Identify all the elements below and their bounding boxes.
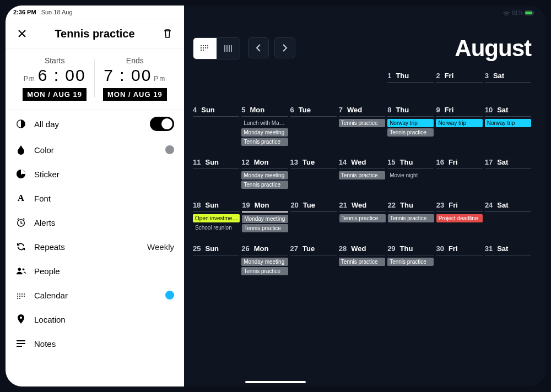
- day-cell[interactable]: 12MonMonday meetingTennis practice: [241, 158, 288, 189]
- day-number: 18: [193, 201, 201, 209]
- day-cell[interactable]: [290, 72, 337, 94]
- event-chip[interactable]: Norway trip: [485, 119, 531, 127]
- event-chip[interactable]: Tennis practice: [241, 267, 288, 275]
- option-sticker[interactable]: Sticker: [6, 162, 184, 186]
- option-calendar[interactable]: Calendar: [6, 283, 184, 307]
- event-chip[interactable]: Tennis practice: [339, 119, 385, 127]
- svg-point-8: [24, 293, 25, 295]
- home-indicator[interactable]: [245, 381, 306, 383]
- day-cell[interactable]: 6Tue: [290, 106, 337, 146]
- event-chip[interactable]: Tennis practice: [241, 138, 288, 146]
- day-cell[interactable]: 14WedTennis practice: [339, 158, 385, 189]
- day-number: 1: [387, 72, 391, 80]
- event-chip[interactable]: Monday meeting: [241, 258, 288, 266]
- day-cell[interactable]: 30Fri: [436, 244, 482, 275]
- event-chip[interactable]: Tennis practice: [387, 128, 434, 137]
- svg-point-14: [19, 298, 20, 299]
- day-cell[interactable]: 10SatNorway trip: [485, 106, 531, 146]
- event-chip[interactable]: Tennis practice: [387, 258, 434, 266]
- day-cell[interactable]: 5MonLunch with Ma…Monday meetingTennis p…: [241, 106, 288, 146]
- day-cell[interactable]: 21WedTennis practice: [339, 201, 386, 232]
- day-cell[interactable]: 2Fri: [436, 72, 482, 94]
- option-location[interactable]: Location: [6, 307, 184, 331]
- day-cell[interactable]: 22ThuTennis practice: [388, 201, 434, 232]
- pin-icon: [15, 314, 26, 325]
- color-swatch: [165, 145, 174, 154]
- day-cell[interactable]: 11Sun: [193, 158, 239, 189]
- day-cell[interactable]: 9FriNorway trip: [436, 106, 482, 146]
- day-cell[interactable]: 16Fri: [436, 158, 482, 189]
- day-cell[interactable]: 19MonMonday meetingTennis practice: [242, 201, 288, 232]
- day-of-week: Sat: [497, 158, 508, 166]
- start-time-block[interactable]: Starts Pm 6 : 00 MON / AUG 19: [17, 56, 92, 101]
- view-week-button[interactable]: [217, 38, 240, 59]
- event-chip[interactable]: Open investme…: [193, 214, 240, 222]
- event-chip[interactable]: Tennis practice: [242, 224, 288, 232]
- day-of-week: Fri: [445, 72, 454, 80]
- day-cell[interactable]: [241, 72, 288, 94]
- day-number: 29: [387, 244, 395, 253]
- day-of-week: Sun: [205, 244, 219, 253]
- day-cell[interactable]: 20Tue: [290, 201, 337, 232]
- event-chip[interactable]: Tennis practice: [339, 258, 385, 266]
- day-cell[interactable]: [193, 72, 239, 94]
- day-of-week: Wed: [351, 244, 366, 253]
- event-chip[interactable]: Norway trip: [387, 119, 434, 127]
- event-chip[interactable]: Tennis practice: [241, 181, 288, 189]
- close-icon[interactable]: [15, 27, 29, 40]
- event-chip[interactable]: Movie night: [387, 171, 434, 179]
- calendar-main: 81%: [184, 6, 545, 386]
- event-chip[interactable]: Tennis practice: [388, 214, 434, 222]
- event-chip[interactable]: School reunion: [193, 224, 240, 232]
- next-month-button[interactable]: [274, 37, 295, 58]
- day-cell[interactable]: 27Tue: [290, 244, 337, 275]
- option-font[interactable]: A Font: [6, 186, 184, 210]
- option-notes[interactable]: Notes: [6, 331, 184, 356]
- day-cell[interactable]: 28WedTennis practice: [339, 244, 385, 275]
- event-chip[interactable]: Tennis practice: [339, 171, 385, 179]
- day-cell[interactable]: 1Thu: [387, 72, 434, 94]
- prev-month-button[interactable]: [248, 37, 269, 58]
- day-number: 16: [436, 158, 444, 166]
- day-cell[interactable]: 29ThuTennis practice: [387, 244, 434, 275]
- end-time-block[interactable]: Ends 7 : 00 Pm MON / AUG 19: [98, 56, 172, 101]
- day-cell[interactable]: 7WedTennis practice: [339, 106, 385, 146]
- day-cell[interactable]: 18SunOpen investme…School reunion: [193, 201, 240, 232]
- option-repeats[interactable]: Repeats Weekly: [6, 235, 184, 259]
- day-cell[interactable]: 24Sat: [485, 201, 531, 232]
- svg-point-3: [18, 268, 21, 271]
- trash-icon[interactable]: [161, 27, 174, 40]
- option-people[interactable]: People: [6, 259, 184, 283]
- event-chip[interactable]: Monday meeting: [242, 215, 288, 223]
- day-cell[interactable]: 13Tue: [290, 158, 337, 189]
- allday-toggle[interactable]: [150, 117, 174, 131]
- day-cell[interactable]: 31Sat: [485, 244, 531, 275]
- day-number: 3: [485, 72, 489, 80]
- calendar-grid: 1Thu2Fri3Sat4Sun5MonLunch with Ma…Monday…: [193, 72, 531, 275]
- event-chip[interactable]: Tennis practice: [339, 214, 386, 222]
- option-color[interactable]: Color: [6, 138, 184, 162]
- day-number: 9: [436, 106, 440, 114]
- day-cell[interactable]: 17Sat: [485, 158, 531, 189]
- month-title: August: [455, 35, 531, 62]
- option-alerts[interactable]: Alerts: [6, 210, 184, 235]
- font-icon: A: [15, 193, 26, 204]
- event-chip[interactable]: Norway trip: [436, 119, 482, 127]
- day-cell[interactable]: 26MonMonday meetingTennis practice: [241, 244, 288, 275]
- event-title[interactable]: Tennis practice: [55, 28, 134, 40]
- start-label: Starts: [23, 56, 87, 65]
- day-cell[interactable]: 8ThuNorway tripTennis practice: [387, 106, 434, 146]
- option-allday[interactable]: All day: [6, 110, 184, 138]
- day-cell[interactable]: 4Sun: [193, 106, 239, 146]
- event-chip[interactable]: Project deadline: [436, 214, 483, 222]
- day-cell[interactable]: 3Sat: [485, 72, 531, 94]
- event-chip[interactable]: Monday meeting: [241, 171, 288, 179]
- view-month-button[interactable]: [193, 38, 217, 59]
- event-chip[interactable]: Monday meeting: [241, 128, 288, 137]
- day-cell[interactable]: 23FriProject deadline: [436, 201, 483, 232]
- day-cell[interactable]: 15ThuMovie night: [387, 158, 434, 189]
- day-cell[interactable]: [339, 72, 385, 94]
- event-chip[interactable]: Lunch with Ma…: [241, 119, 288, 127]
- day-number: 22: [388, 201, 396, 209]
- day-cell[interactable]: 25Sun: [193, 244, 239, 275]
